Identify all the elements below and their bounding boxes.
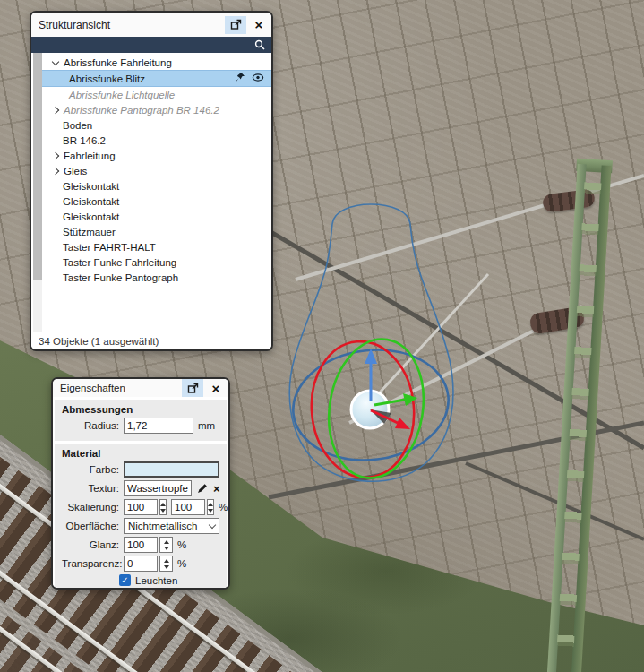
popout-button[interactable] [225, 16, 246, 34]
transparenz-label: Transparenz: [62, 558, 119, 569]
skalierung-label: Skalierung: [62, 502, 119, 513]
glanz-label: Glanz: [62, 539, 119, 550]
tree-item[interactable]: Gleis [42, 163, 271, 178]
tree-item-label: BR 146.2 [63, 135, 106, 146]
tree-item-selected[interactable]: Abrissfunke Blitz [42, 70, 271, 87]
tree-item-label: Gleis [64, 166, 87, 177]
tree-item-label: Gleiskontakt [63, 211, 119, 222]
tree-item[interactable]: BR 146.2 [42, 133, 271, 148]
status-bar: 34 Objekte (1 ausgewählt) [31, 332, 271, 349]
tree-item-label: Abrissfunke Pantograph BR 146.2 [64, 105, 219, 116]
radius-label: Radius: [62, 420, 119, 431]
scale-y-input[interactable] [171, 499, 205, 515]
tree-item-label: Abrissfunke Blitz [69, 73, 145, 84]
close-button[interactable]: × [205, 379, 227, 397]
tree-item-label: Boden [63, 120, 92, 131]
scale-x-stepper[interactable] [159, 499, 167, 515]
popout-icon [187, 383, 199, 394]
skalierung-unit: % [219, 502, 228, 513]
tree-item[interactable]: Gleiskontakt [42, 209, 271, 224]
tree-item[interactable]: Taster FAHRT-HALT [42, 239, 271, 254]
scrollbar-thumb[interactable] [33, 53, 42, 280]
leuchten-checkbox[interactable] [119, 574, 131, 586]
structure-view-panel: Strukturansicht × Abrissfunke Fahrleitun… [30, 11, 273, 351]
status-text: 34 Objekte (1 ausgewählt) [39, 336, 159, 347]
tree-item[interactable]: Boden [42, 117, 271, 133]
scale-y-stepper[interactable] [207, 499, 214, 515]
tree-item[interactable]: Taster Funke Fahrleitung [42, 254, 271, 270]
leuchten-label: Leuchten [135, 575, 177, 586]
tree-item[interactable]: Abrissfunke Pantograph BR 146.2 [42, 102, 271, 117]
properties-panel: Eigenschaften × Abmessungen Radius: mm M… [51, 377, 230, 590]
scale-x-input[interactable] [124, 499, 158, 515]
textur-label: Textur: [62, 483, 119, 494]
search-bar[interactable] [31, 37, 271, 53]
oberflaeche-label: Oberfläche: [62, 521, 119, 531]
panel-title: Strukturansicht [31, 19, 225, 31]
tree-scrollbar[interactable] [33, 53, 42, 332]
tree-item-label: Abrissfunke Fahrleitung [64, 57, 172, 68]
editor-viewport: Strukturansicht × Abrissfunke Fahrleitun… [0, 0, 644, 672]
glanz-input[interactable] [124, 537, 158, 553]
tree-item-label: Taster Funke Fahrleitung [63, 257, 176, 268]
radius-input[interactable] [124, 418, 193, 434]
close-icon: × [212, 382, 220, 395]
close-icon: × [255, 18, 263, 31]
tree-item-label: Gleiskontakt [63, 196, 119, 207]
tree-item-label: Fahrleitung [64, 151, 116, 161]
chevron-right-icon[interactable] [52, 151, 59, 159]
tree-item[interactable]: Fahrleitung [42, 148, 271, 163]
transparenz-input[interactable] [124, 556, 158, 572]
tree-item-label: Taster FAHRT-HALT [63, 242, 156, 253]
transparenz-unit: % [177, 558, 186, 569]
panel-title: Eigenschaften [53, 383, 182, 393]
chevron-right-icon[interactable] [52, 106, 59, 113]
color-swatch[interactable] [124, 461, 219, 478]
tree-item-label: Abrissfunke Lichtquelle [69, 90, 175, 100]
dropdown-value: Nichtmetallisch [128, 521, 197, 531]
chevron-down-icon[interactable] [52, 57, 59, 65]
section-heading: Material [62, 448, 219, 459]
textur-input[interactable] [124, 480, 192, 496]
tree-item[interactable]: Gleiskontakt [42, 178, 271, 194]
search-icon [254, 39, 265, 50]
tree-item[interactable]: Gleiskontakt [42, 194, 271, 209]
transparenz-stepper[interactable] [159, 556, 173, 572]
eye-icon[interactable] [252, 73, 264, 82]
edit-pencil-icon[interactable] [197, 483, 208, 494]
tree-item-label: Gleiskontakt [63, 181, 119, 192]
object-tree: Abrissfunke Fahrleitung Abrissfunke Blit… [31, 53, 271, 332]
section-heading: Abmessungen [62, 404, 219, 415]
tree-item[interactable]: Taster Funke Pantograph [42, 270, 271, 285]
tree-item-label: Stützmauer [63, 227, 116, 237]
chevron-down-icon [209, 521, 216, 529]
clear-texture-icon[interactable]: × [213, 483, 220, 495]
section-abmessungen: Abmessungen Radius: mm [55, 400, 227, 441]
tree-item[interactable]: Abrissfunke Lichtquelle [42, 87, 271, 102]
popout-button[interactable] [182, 379, 203, 397]
glanz-stepper[interactable] [159, 537, 173, 553]
glanz-unit: % [177, 539, 186, 550]
pin-icon[interactable] [235, 72, 245, 83]
properties-panel-titlebar: Eigenschaften × [53, 379, 228, 397]
oberflaeche-dropdown[interactable]: Nichtmetallisch [124, 518, 219, 534]
farbe-label: Farbe: [62, 464, 119, 475]
tree-item-label: Taster Funke Pantograph [63, 272, 178, 283]
section-material: Material Farbe: Textur: × Sk [55, 444, 227, 590]
popout-icon [230, 19, 242, 30]
tree-item[interactable]: Abrissfunke Fahrleitung [42, 55, 271, 70]
chevron-right-icon[interactable] [52, 167, 59, 174]
tree-item[interactable]: Stützmauer [42, 224, 271, 239]
radius-unit: mm [198, 420, 215, 431]
close-button[interactable]: × [248, 16, 270, 34]
structure-panel-titlebar: Strukturansicht × [31, 13, 271, 37]
